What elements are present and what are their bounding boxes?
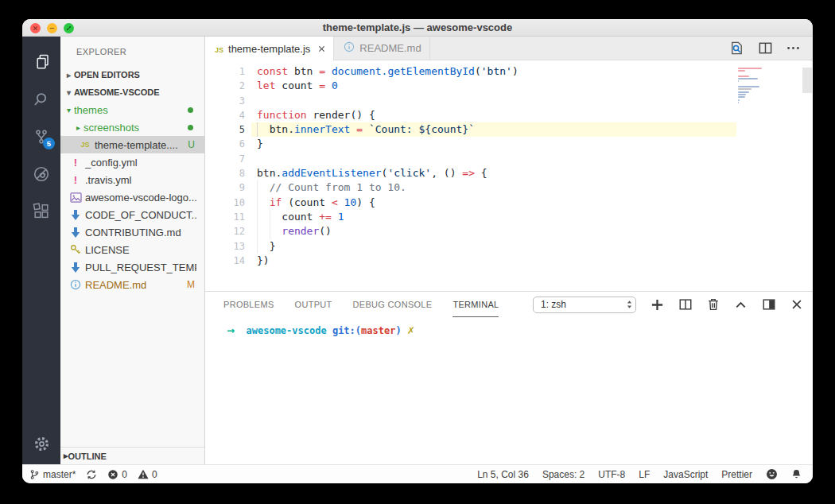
status-errors[interactable]: 0 (107, 469, 127, 480)
indent-guide (257, 196, 258, 210)
tree-item-pull-request-temp[interactable]: PULL_REQUEST_TEMP... (60, 258, 204, 276)
activity-explorer-button[interactable] (22, 43, 60, 80)
minimap[interactable] (738, 68, 800, 104)
panel-tab-debug-console[interactable]: DEBUG CONSOLE (353, 292, 433, 317)
line-number: 9 (205, 180, 251, 195)
activity-search-button[interactable] (22, 80, 60, 118)
bottom-panel: PROBLEMSOUTPUTDEBUG CONSOLETERMINAL 1: z… (205, 291, 813, 464)
activity-source-control-button[interactable]: 5 (22, 118, 60, 155)
code-line-text: } (251, 239, 736, 254)
code-line-text: let count = 0 (251, 79, 736, 93)
status-cursor-position[interactable]: Ln 5, Col 36 (477, 469, 529, 480)
code-line: 9 // Count from 1 to 10. (205, 180, 813, 195)
explorer-sidebar: EXPLORER ▸ OPEN EDITORS ▾ AWESOME-VSCODE… (60, 37, 205, 464)
warning-icon (138, 469, 149, 479)
section-workspace[interactable]: ▾ AWESOME-VSCODE (60, 83, 204, 101)
activity-extensions-button[interactable] (22, 192, 60, 230)
tree-item-theme-template[interactable]: JStheme-template....U (60, 136, 204, 153)
status-encoding[interactable]: UTF-8 (598, 469, 625, 480)
minimap-line (738, 70, 745, 72)
panel-tab-output[interactable]: OUTPUT (295, 292, 332, 317)
kill-terminal-button[interactable] (707, 297, 720, 312)
minimap-line (738, 83, 800, 85)
status-notifications[interactable] (791, 468, 802, 480)
status-eol[interactable]: LF (639, 469, 650, 480)
new-terminal-button[interactable] (651, 298, 664, 312)
status-text: Ln 5, Col 36 (477, 469, 529, 480)
minimap-line (738, 96, 745, 98)
tab-theme-template-js[interactable]: JStheme-template.js (205, 37, 334, 60)
move-panel-button[interactable] (762, 297, 776, 312)
indent-guide (257, 239, 258, 254)
tree-item-code-of-conduct[interactable]: CODE_OF_CONDUCT.... (60, 206, 204, 223)
tree-item-license[interactable]: LICENSE (60, 241, 204, 258)
tree-item-label: CONTRIBUTING.md (85, 227, 181, 238)
git-status-dot (188, 107, 193, 113)
code-editor[interactable]: 1const btn = document.getElementById('bt… (205, 60, 813, 291)
line-number: 5 (205, 122, 251, 137)
status-bar: master*00 Ln 5, Col 36Spaces: 2UTF-8LFJa… (22, 464, 813, 483)
split-editor-button[interactable] (758, 41, 773, 56)
panel-tab-problems[interactable]: PROBLEMS (223, 292, 274, 317)
activity-debug-button[interactable] (22, 155, 60, 192)
minimap-line (738, 78, 758, 79)
terminal-select[interactable]: 1: zsh (533, 297, 636, 313)
tree-item-themes[interactable]: ▾themes (60, 101, 204, 118)
more-actions-button[interactable] (786, 41, 801, 56)
key-icon (68, 244, 83, 255)
code-line: 8btn.addEventListener('click', () => { (205, 166, 813, 180)
line-number: 12 (205, 224, 251, 238)
smiley-icon (766, 468, 778, 480)
status-warnings[interactable]: 0 (138, 469, 157, 480)
editor-scrollbar[interactable] (802, 68, 812, 93)
zoom-window-button[interactable] (64, 23, 74, 33)
status-language[interactable]: JavaScript (663, 469, 708, 480)
status-text: master* (43, 469, 76, 480)
tree-item-contributing-md[interactable]: CONTRIBUTING.md (60, 223, 204, 241)
split-terminal-button[interactable] (678, 297, 693, 312)
line-number: 7 (205, 152, 251, 166)
close-tab-icon[interactable] (318, 45, 325, 52)
panel-tab-terminal[interactable]: TERMINAL (452, 292, 499, 317)
status-indentation[interactable]: Spaces: 2 (542, 469, 584, 480)
code-line: 13 } (205, 239, 813, 254)
indent-guide (257, 122, 258, 137)
status-text: LF (639, 469, 650, 480)
status-sync[interactable] (86, 469, 97, 480)
close-window-button[interactable] (30, 23, 41, 33)
git-status-badge: M (187, 279, 195, 290)
current-line-highlight: btn.innerText = `Count: ${count}` (251, 122, 736, 137)
chevron-right-icon: ▸ (73, 123, 84, 132)
close-panel-button[interactable] (790, 298, 803, 311)
minimize-window-button[interactable] (47, 23, 57, 33)
section-outline[interactable]: ▸ OUTLINE (60, 447, 204, 464)
image-icon (68, 192, 83, 203)
code-line-text: }) (251, 254, 736, 268)
tree-item-config-yml[interactable]: !_config.yml (60, 153, 204, 171)
indent-guide (270, 210, 270, 224)
tree-item-screenshots[interactable]: ▸screenshots (60, 118, 204, 136)
panel-controls: 1: zsh (533, 297, 803, 313)
status-formatter[interactable]: Prettier (721, 469, 752, 480)
settings-gear-button[interactable] (33, 435, 51, 456)
tab-label: theme-template.js (228, 43, 310, 55)
code-line-text (251, 152, 736, 166)
md-arrow-icon (68, 262, 83, 273)
tree-item-awesome-vscode-logo[interactable]: awesome-vscode-logo... (60, 188, 204, 206)
status-branch[interactable]: master* (29, 469, 76, 480)
maximize-panel-button[interactable] (734, 298, 748, 312)
code-line-text: // Count from 1 to 10. (251, 180, 736, 195)
md-arrow-icon (68, 210, 83, 220)
open-changes-button[interactable] (728, 40, 745, 56)
traffic-lights (30, 23, 74, 33)
tree-item-travis-yml[interactable]: !.travis.yml (60, 171, 204, 188)
tree-item-label: .travis.yml (85, 174, 132, 186)
tab-readme-md[interactable]: README.md (334, 37, 429, 60)
code-lines: 1const btn = document.getElementById('bt… (205, 60, 813, 291)
code-line: 5 btn.innerText = `Count: ${count}` (205, 122, 813, 137)
status-feedback[interactable] (766, 468, 778, 480)
tree-item-readme-md[interactable]: README.mdM (60, 276, 204, 293)
terminal[interactable]: → awesome-vscode git:(master) ✗ (205, 317, 813, 464)
section-open-editors[interactable]: ▸ OPEN EDITORS (60, 66, 204, 83)
scm-badge: 5 (43, 138, 55, 149)
